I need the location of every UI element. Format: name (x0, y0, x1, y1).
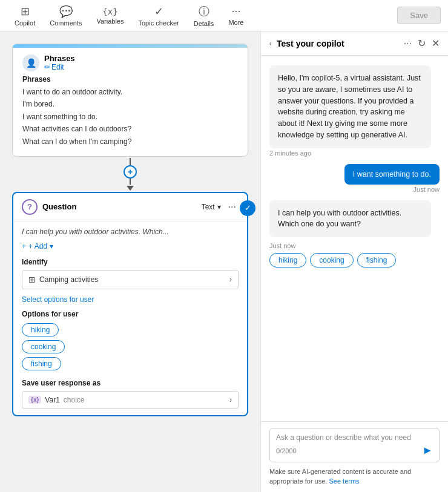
phrase-item: I want something to do. (22, 111, 238, 123)
question-body: I can help you with outdoor activities. … (13, 221, 247, 415)
option-tags: hiking cooking fishing (22, 323, 239, 370)
copilot-title: Test your copilot (277, 39, 399, 48)
save-button[interactable]: Save (397, 7, 441, 24)
refresh-icon[interactable]: ↻ (418, 38, 426, 49)
question-preview: I can help you with outdoor activities. … (22, 228, 239, 236)
copilot-panel: ‹ Test your copilot ··· ↻ ✕ Hello, I'm c… (260, 31, 448, 492)
pencil-icon: ✏ (44, 63, 50, 71)
question-card: ✓ ? Question Text ▾ ··· I can help you w… (12, 192, 248, 416)
phrase-item: I want to do an outdoor activity. (22, 86, 238, 98)
header-icons: ··· ↻ ✕ (404, 38, 440, 49)
identify-section-label: Identify (22, 258, 239, 266)
toolbar-label-topic-checker: Topic checker (138, 19, 179, 27)
toolbar: ⊞ Copilot 💬 Comments {x} Variables ✓ Top… (0, 0, 448, 31)
phrase-item: What can I do when I'm camping? (22, 136, 238, 148)
bot-message-2: I can help you with outdoor activities. … (269, 200, 431, 238)
options-section-label: Options for user (22, 310, 239, 318)
question-icon: ? (22, 199, 38, 215)
user-message-wrap: I want something to do. Just now (269, 164, 440, 193)
canvas: 👤 Phrases ✏ Edit Phrases I want to do an… (0, 31, 260, 492)
toolbar-label-copilot: Copilot (15, 19, 35, 27)
variables-icon: {x} (102, 7, 117, 16)
copilot-messages: Hello, I'm copilot-5, a virtual assistan… (261, 56, 448, 421)
chevron-down-icon: ▾ (50, 242, 53, 251)
select-options-link[interactable]: Select options for user (22, 295, 239, 304)
var-type: choice (64, 396, 226, 404)
add-connector-button[interactable]: + (124, 165, 137, 179)
copilot-icon: ⊞ (21, 5, 30, 18)
toolbar-item-more[interactable]: ··· More (221, 2, 251, 28)
phrases-card: 👤 Phrases ✏ Edit Phrases I want to do an… (12, 44, 248, 157)
more-icon: ··· (231, 5, 240, 18)
choice-tag-hiking[interactable]: hiking (269, 253, 306, 267)
toolbar-item-comments[interactable]: 💬 Comments (42, 2, 89, 29)
identify-text: Camping activities (39, 275, 229, 284)
more-button[interactable]: ··· (226, 202, 239, 212)
table-icon: ⊞ (28, 275, 36, 284)
phrases-section-label: Phrases (22, 75, 238, 84)
comments-icon: 💬 (59, 5, 73, 18)
add-button[interactable]: + + Add ▾ (22, 242, 239, 251)
input-row: 0/2000 ► (276, 444, 433, 457)
variable-icon: {x} (28, 396, 41, 404)
avatar: 👤 (22, 54, 39, 71)
option-tag-fishing[interactable]: fishing (22, 357, 61, 370)
identify-box[interactable]: ⊞ Camping activities › (22, 270, 239, 289)
toolbar-item-variables[interactable]: {x} Variables (89, 4, 131, 27)
time-label-user: Just now (413, 186, 440, 193)
question-title: Question (42, 202, 197, 211)
phrases-list: I want to do an outdoor activity. I'm bo… (22, 86, 238, 148)
plus-icon: + (22, 242, 26, 251)
choice-tags: hiking cooking fishing (269, 253, 440, 267)
phrase-item: I'm bored. (22, 98, 238, 110)
send-button[interactable]: ► (422, 444, 433, 457)
bot-message-1: Hello, I'm copilot-5, a virtual assistan… (269, 65, 431, 148)
option-tag-hiking[interactable]: hiking (22, 323, 59, 336)
toolbar-item-topic-checker[interactable]: ✓ Topic checker (131, 2, 186, 29)
close-icon[interactable]: ✕ (432, 38, 440, 49)
time-label-2: Just now (269, 242, 440, 249)
input-placeholder-text: Ask a question or describe what you need (276, 433, 433, 442)
bot-message-1-wrap: Hello, I'm copilot-5, a virtual assistan… (269, 65, 440, 157)
toolbar-label-more: More (228, 19, 243, 26)
main-area: 👤 Phrases ✏ Edit Phrases I want to do an… (0, 31, 448, 492)
toolbar-label-variables: Variables (96, 18, 124, 25)
var-name: Var1 (45, 396, 59, 404)
time-label-1: 2 minutes ago (269, 149, 440, 157)
type-selector[interactable]: Text ▾ (202, 203, 221, 211)
toolbar-item-details[interactable]: ⓘ Details (186, 2, 222, 30)
char-count: 0/2000 (276, 447, 297, 454)
see-terms-link[interactable]: See terms (329, 477, 359, 485)
topic-checker-icon: ✓ (154, 5, 163, 18)
copilot-footer: Ask a question or describe what you need… (261, 421, 448, 492)
phrases-title: Phrases (44, 54, 75, 63)
phrases-header: 👤 Phrases ✏ Edit (22, 54, 238, 71)
question-card-header: ? Question Text ▾ ··· (13, 193, 247, 221)
toolbar-item-copilot[interactable]: ⊞ Copilot (7, 2, 42, 29)
details-icon: ⓘ (199, 4, 209, 19)
chevron-down-icon: ▾ (217, 203, 221, 211)
toolbar-label-comments: Comments (50, 19, 82, 27)
chevron-right-icon: › (229, 275, 232, 284)
bot-reply-section: I can help you with outdoor activities. … (269, 200, 440, 268)
save-response-box[interactable]: {x} Var1 choice › (22, 391, 239, 409)
ellipsis-icon[interactable]: ··· (404, 38, 412, 49)
edit-link[interactable]: ✏ Edit (44, 63, 75, 71)
type-label: Text (202, 203, 215, 211)
input-box: Ask a question or describe what you need… (269, 428, 440, 462)
option-tag-cooking[interactable]: cooking (22, 340, 65, 353)
toolbar-label-details: Details (194, 20, 214, 27)
phrase-item: What activities can I do outdoors? (22, 123, 238, 135)
user-message: I want something to do. (344, 164, 440, 185)
collapse-icon[interactable]: ‹ (269, 39, 272, 48)
checkmark-badge: ✓ (240, 200, 255, 216)
chevron-right-icon: › (229, 396, 232, 404)
choice-tag-fishing[interactable]: fishing (357, 253, 397, 267)
footer-note: Make sure AI-generated content is accura… (269, 467, 440, 486)
choice-tag-cooking[interactable]: cooking (310, 253, 353, 267)
copilot-header: ‹ Test your copilot ··· ↻ ✕ (261, 31, 448, 56)
save-response-label: Save user response as (22, 379, 239, 387)
